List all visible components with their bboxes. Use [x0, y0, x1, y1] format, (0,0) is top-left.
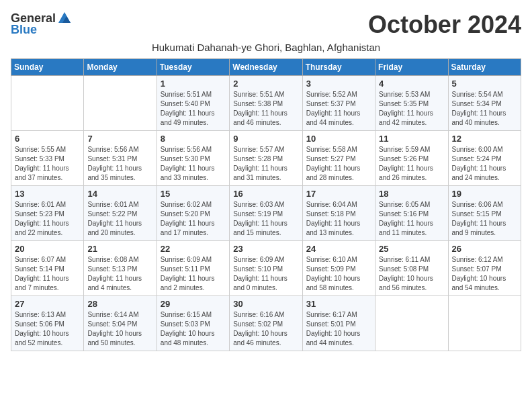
calendar-cell: 12Sunrise: 6:00 AMSunset: 5:24 PMDayligh…	[448, 131, 521, 186]
day-info: Sunrise: 6:01 AMSunset: 5:22 PMDaylight:…	[87, 200, 152, 238]
day-info: Sunrise: 6:08 AMSunset: 5:13 PMDaylight:…	[87, 255, 152, 293]
calendar-cell: 10Sunrise: 5:58 AMSunset: 5:27 PMDayligh…	[302, 131, 375, 186]
calendar-header: SundayMondayTuesdayWednesdayThursdayFrid…	[11, 59, 521, 76]
calendar-cell: 19Sunrise: 6:06 AMSunset: 5:15 PMDayligh…	[448, 186, 521, 241]
month-title: October 2024	[368, 11, 521, 39]
day-info: Sunrise: 6:06 AMSunset: 5:15 PMDaylight:…	[452, 200, 517, 238]
calendar-cell: 26Sunrise: 6:12 AMSunset: 5:07 PMDayligh…	[448, 241, 521, 296]
logo-icon	[57, 11, 72, 26]
day-info: Sunrise: 6:14 AMSunset: 5:04 PMDaylight:…	[87, 310, 152, 348]
calendar-cell: 14Sunrise: 6:01 AMSunset: 5:22 PMDayligh…	[84, 186, 157, 241]
day-info: Sunrise: 5:56 AMSunset: 5:31 PMDaylight:…	[87, 145, 152, 183]
calendar-body: 1Sunrise: 5:51 AMSunset: 5:40 PMDaylight…	[11, 76, 521, 351]
day-info: Sunrise: 5:57 AMSunset: 5:28 PMDaylight:…	[233, 145, 298, 183]
day-info: Sunrise: 6:16 AMSunset: 5:02 PMDaylight:…	[233, 310, 298, 348]
calendar-cell: 11Sunrise: 5:59 AMSunset: 5:26 PMDayligh…	[375, 131, 448, 186]
header-day-wednesday: Wednesday	[230, 59, 302, 76]
day-number: 26	[452, 244, 517, 254]
day-number: 19	[452, 189, 517, 199]
day-info: Sunrise: 6:10 AMSunset: 5:09 PMDaylight:…	[306, 255, 371, 293]
day-number: 22	[161, 244, 226, 254]
day-number: 14	[87, 189, 152, 199]
day-number: 9	[233, 134, 298, 144]
day-info: Sunrise: 6:02 AMSunset: 5:20 PMDaylight:…	[161, 200, 226, 238]
day-info: Sunrise: 6:11 AMSunset: 5:08 PMDaylight:…	[379, 255, 444, 293]
day-info: Sunrise: 6:03 AMSunset: 5:19 PMDaylight:…	[233, 200, 298, 238]
calendar-subtitle: Hukumati Dahanah-ye Ghori, Baghlan, Afgh…	[11, 42, 521, 53]
header-day-thursday: Thursday	[302, 59, 375, 76]
day-number: 2	[233, 79, 298, 89]
day-info: Sunrise: 5:53 AMSunset: 5:35 PMDaylight:…	[379, 90, 444, 128]
calendar-cell: 5Sunrise: 5:54 AMSunset: 5:34 PMDaylight…	[448, 76, 521, 131]
calendar-cell: 1Sunrise: 5:51 AMSunset: 5:40 PMDaylight…	[157, 76, 229, 131]
calendar-cell: 3Sunrise: 5:52 AMSunset: 5:37 PMDaylight…	[302, 76, 375, 131]
day-info: Sunrise: 5:54 AMSunset: 5:34 PMDaylight:…	[452, 90, 517, 128]
calendar-cell: 25Sunrise: 6:11 AMSunset: 5:08 PMDayligh…	[375, 241, 448, 296]
day-number: 30	[233, 299, 298, 309]
day-info: Sunrise: 5:52 AMSunset: 5:37 PMDaylight:…	[306, 90, 371, 128]
day-number: 11	[379, 134, 444, 144]
day-info: Sunrise: 6:01 AMSunset: 5:23 PMDaylight:…	[15, 200, 80, 238]
calendar-cell: 21Sunrise: 6:08 AMSunset: 5:13 PMDayligh…	[84, 241, 157, 296]
calendar-cell: 24Sunrise: 6:10 AMSunset: 5:09 PMDayligh…	[302, 241, 375, 296]
calendar-cell: 29Sunrise: 6:15 AMSunset: 5:03 PMDayligh…	[157, 296, 229, 351]
day-number: 20	[15, 244, 80, 254]
day-number: 5	[452, 79, 517, 89]
calendar-cell: 17Sunrise: 6:04 AMSunset: 5:18 PMDayligh…	[302, 186, 375, 241]
day-number: 17	[306, 189, 371, 199]
day-info: Sunrise: 6:05 AMSunset: 5:16 PMDaylight:…	[379, 200, 444, 238]
calendar-cell: 9Sunrise: 5:57 AMSunset: 5:28 PMDaylight…	[230, 131, 302, 186]
day-number: 15	[161, 189, 226, 199]
day-number: 4	[379, 79, 444, 89]
day-number: 31	[306, 299, 371, 309]
day-info: Sunrise: 6:15 AMSunset: 5:03 PMDaylight:…	[161, 310, 226, 348]
day-number: 25	[379, 244, 444, 254]
calendar-cell: 2Sunrise: 5:51 AMSunset: 5:38 PMDaylight…	[230, 76, 302, 131]
calendar-cell: 30Sunrise: 6:16 AMSunset: 5:02 PMDayligh…	[230, 296, 302, 351]
calendar-cell: 27Sunrise: 6:13 AMSunset: 5:06 PMDayligh…	[11, 296, 84, 351]
calendar-cell: 13Sunrise: 6:01 AMSunset: 5:23 PMDayligh…	[11, 186, 84, 241]
calendar-cell: 28Sunrise: 6:14 AMSunset: 5:04 PMDayligh…	[84, 296, 157, 351]
day-number: 28	[87, 299, 152, 309]
header-row: SundayMondayTuesdayWednesdayThursdayFrid…	[11, 59, 521, 76]
day-number: 24	[306, 244, 371, 254]
calendar-week-4: 20Sunrise: 6:07 AMSunset: 5:14 PMDayligh…	[11, 241, 521, 296]
calendar-cell: 7Sunrise: 5:56 AMSunset: 5:31 PMDaylight…	[84, 131, 157, 186]
calendar-cell	[375, 296, 448, 351]
day-number: 23	[233, 244, 298, 254]
day-number: 29	[161, 299, 226, 309]
calendar-cell: 23Sunrise: 6:09 AMSunset: 5:10 PMDayligh…	[230, 241, 302, 296]
day-number: 6	[15, 134, 80, 144]
logo: General Blue	[11, 11, 72, 37]
day-info: Sunrise: 6:12 AMSunset: 5:07 PMDaylight:…	[452, 255, 517, 293]
calendar-cell	[448, 296, 521, 351]
logo-blue-text: Blue	[11, 23, 37, 37]
day-info: Sunrise: 6:09 AMSunset: 5:10 PMDaylight:…	[233, 255, 298, 293]
calendar-cell: 22Sunrise: 6:09 AMSunset: 5:11 PMDayligh…	[157, 241, 229, 296]
day-number: 18	[379, 189, 444, 199]
calendar-cell: 18Sunrise: 6:05 AMSunset: 5:16 PMDayligh…	[375, 186, 448, 241]
calendar-week-3: 13Sunrise: 6:01 AMSunset: 5:23 PMDayligh…	[11, 186, 521, 241]
calendar-cell: 8Sunrise: 5:56 AMSunset: 5:30 PMDaylight…	[157, 131, 229, 186]
calendar-week-5: 27Sunrise: 6:13 AMSunset: 5:06 PMDayligh…	[11, 296, 521, 351]
calendar-table: SundayMondayTuesdayWednesdayThursdayFrid…	[11, 58, 521, 351]
day-number: 12	[452, 134, 517, 144]
day-info: Sunrise: 5:55 AMSunset: 5:33 PMDaylight:…	[15, 145, 80, 183]
day-info: Sunrise: 5:58 AMSunset: 5:27 PMDaylight:…	[306, 145, 371, 183]
calendar-cell: 15Sunrise: 6:02 AMSunset: 5:20 PMDayligh…	[157, 186, 229, 241]
header-day-sunday: Sunday	[11, 59, 84, 76]
day-number: 1	[161, 79, 226, 89]
header-day-saturday: Saturday	[448, 59, 521, 76]
calendar-cell: 16Sunrise: 6:03 AMSunset: 5:19 PMDayligh…	[230, 186, 302, 241]
header-day-monday: Monday	[84, 59, 157, 76]
day-number: 21	[87, 244, 152, 254]
calendar-cell	[84, 76, 157, 131]
calendar-week-1: 1Sunrise: 5:51 AMSunset: 5:40 PMDaylight…	[11, 76, 521, 131]
header-day-friday: Friday	[375, 59, 448, 76]
day-info: Sunrise: 6:13 AMSunset: 5:06 PMDaylight:…	[15, 310, 80, 348]
header-day-tuesday: Tuesday	[157, 59, 229, 76]
day-number: 13	[15, 189, 80, 199]
day-info: Sunrise: 5:59 AMSunset: 5:26 PMDaylight:…	[379, 145, 444, 183]
calendar-week-2: 6Sunrise: 5:55 AMSunset: 5:33 PMDaylight…	[11, 131, 521, 186]
day-info: Sunrise: 6:17 AMSunset: 5:01 PMDaylight:…	[306, 310, 371, 348]
